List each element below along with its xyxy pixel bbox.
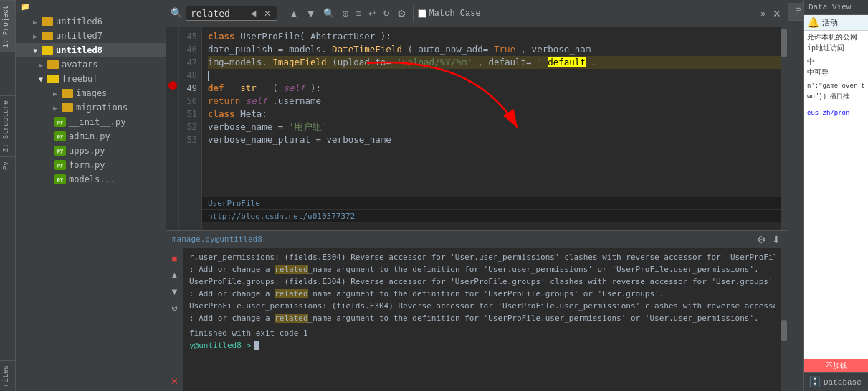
- right-tab-8[interactable]: 8.: [788, 3, 803, 21]
- tree-item-images[interactable]: ▶ images: [16, 86, 166, 100]
- console-filter-button[interactable]: ⊘: [168, 301, 182, 315]
- search-options-2[interactable]: ≡: [354, 9, 363, 19]
- folder-icon: [47, 60, 59, 69]
- line-numbers: 45 46 47 48 49 50 51 52 53: [179, 27, 202, 230]
- code-line-46: date_publish = models. DateTimeField ( a…: [208, 43, 781, 56]
- search-find-button[interactable]: 🔍: [321, 8, 337, 19]
- activity-header: 🔔 活动: [804, 15, 868, 31]
- tree-label: __init__.py: [69, 117, 125, 127]
- tree-label: migrations: [76, 103, 128, 113]
- bottom-badge: 不加钱: [804, 359, 868, 372]
- py-icon: py: [54, 117, 66, 127]
- database-label: Database: [824, 378, 862, 387]
- search-close-button[interactable]: ✕: [262, 9, 272, 19]
- data-view-label: Data View: [809, 3, 851, 11]
- vtab-favorites[interactable]: rites: [0, 360, 15, 391]
- console-gear-button[interactable]: ⚙: [755, 234, 768, 245]
- tree-item-models-py[interactable]: py models...: [16, 172, 166, 187]
- search-prev-button[interactable]: ▲: [287, 8, 301, 19]
- tree-label: apps.py: [69, 146, 105, 156]
- console-line-3: UserProFile.groups: (fields.E304) Revers…: [189, 275, 775, 288]
- tree-item-migrations[interactable]: ▶ migrations: [16, 100, 166, 115]
- search-next-button[interactable]: ▼: [304, 8, 318, 19]
- vtab-project[interactable]: 1: Project: [0, 0, 15, 52]
- project-icon: 📁: [20, 2, 30, 11]
- activity-label: 活动: [822, 17, 838, 28]
- console-scroll-up-button[interactable]: ▲: [168, 268, 182, 282]
- tree-label: models...: [69, 174, 115, 184]
- search-x-button[interactable]: ✕: [771, 8, 783, 19]
- tree-item-apps-py[interactable]: py apps.py: [16, 143, 166, 158]
- code-line-50: return self .username: [208, 95, 781, 108]
- tree-label: images: [76, 88, 107, 98]
- console-header: manage.py@untitled8 ⚙ ⬇: [166, 231, 788, 248]
- vtab-structure[interactable]: Z: Structure: [0, 95, 15, 156]
- tree-label: untitled7: [56, 31, 102, 41]
- tree-label: untitled6: [56, 17, 102, 27]
- console-line-1: r.user_permissions: (fields.E304) Revers…: [189, 251, 775, 263]
- tree-item-avatars[interactable]: ▶ avatars: [16, 57, 166, 72]
- console-download-button[interactable]: ⬇: [771, 234, 782, 245]
- py-icon: py: [54, 146, 66, 156]
- search-magnifier-icon: 🔍: [171, 7, 183, 19]
- console-side-buttons: ■ ▲ ▼ ⊘ ✕: [166, 248, 183, 391]
- project-tree: ▶ untitled6 ▶ untitled7 ▼ untitled8 ▶: [16, 14, 166, 391]
- code-line-51: class Meta:: [208, 108, 781, 121]
- console-vertical-scrollbar[interactable]: [781, 248, 788, 391]
- tree-item-admin-py[interactable]: py admin.py: [16, 129, 166, 143]
- tree-item-untitled7[interactable]: ▶ untitled7: [16, 29, 166, 43]
- code-line-47: img=models. ImageField (upload_to= 'uplo…: [208, 56, 781, 69]
- search-options-4[interactable]: ↻: [381, 9, 392, 19]
- database-tab[interactable]: 🗄️ Database: [804, 372, 868, 391]
- expand-icon: ▶: [39, 61, 47, 69]
- right-tabs-panel: 8.: [788, 0, 803, 391]
- tree-item-untitled8[interactable]: ▼ untitled8: [16, 43, 166, 57]
- vertical-scrollbar[interactable]: [781, 27, 788, 230]
- console-output[interactable]: r.user_permissions: (fields.E304) Revers…: [183, 248, 781, 391]
- console-line-4: : Add or change a related_name argument …: [189, 288, 775, 300]
- search-gear-button[interactable]: ⚙: [395, 8, 409, 19]
- code-line-53: verbose_name_plural = verbose_name: [208, 133, 781, 146]
- match-case-checkbox[interactable]: [418, 9, 426, 18]
- tree-item-untitled6[interactable]: ▶ untitled6: [16, 14, 166, 29]
- tree-item-freebuf[interactable]: ▼ freebuf: [16, 72, 166, 86]
- data-view-tab[interactable]: Data View: [804, 0, 868, 15]
- vtab-python[interactable]: Py: [0, 156, 15, 174]
- search-input[interactable]: [191, 8, 244, 19]
- console-stop-button[interactable]: ■: [168, 251, 182, 265]
- code-line-49: def __str__ ( self ):: [208, 82, 781, 95]
- editor-area: 🔍 ◄ ✕ ▲ ▼ 🔍 ⊕ ≡ ↩ ↻ ⚙ Match Case » ✕: [166, 0, 788, 391]
- console-line-5: UserProFile.user_permissions: (fields.E3…: [189, 300, 775, 312]
- project-panel: 📁 ▶ untitled6 ▶ untitled7 ▼: [16, 0, 166, 391]
- code-scroll-area: 45 46 47 48 49 50 51 52 53 class UserPro…: [166, 27, 788, 230]
- tree-label: form.py: [69, 160, 105, 170]
- expand-icon: ▼: [39, 75, 47, 83]
- console-body: ■ ▲ ▼ ⊘ ✕ r.user_permissions: (fields.E3…: [166, 248, 788, 391]
- activity-panel: 🔔 活动 允许本机的公网ip地址访问 中 中可导 n':"game over t…: [804, 15, 868, 372]
- search-input-wrapper: ◄ ✕: [186, 6, 277, 21]
- search-options-3[interactable]: ↩: [366, 9, 378, 19]
- tree-label: avatars: [62, 60, 98, 70]
- expand-icon: ▶: [53, 104, 62, 112]
- search-more-button[interactable]: »: [758, 9, 768, 19]
- tree-label-selected: untitled8: [56, 45, 102, 55]
- gutter: [166, 27, 179, 230]
- search-options-1[interactable]: ⊕: [340, 9, 351, 19]
- match-case-label[interactable]: Match Case: [418, 9, 481, 19]
- console-scroll-down-button[interactable]: ▼: [168, 284, 182, 298]
- code-line-45: class UserProFile( AbstractUser ):: [208, 30, 781, 43]
- code-editor-body: 45 46 47 48 49 50 51 52 53 class UserPro…: [166, 27, 788, 230]
- console-line-2: : Add or change a related_name argument …: [189, 263, 775, 275]
- search-back-button[interactable]: ◄: [247, 8, 259, 19]
- expand-icon: ▶: [53, 90, 62, 98]
- folder-open-icon: [47, 75, 59, 83]
- gutter-marker-error: [168, 81, 177, 90]
- far-right-panel: Data View 🔔 活动 允许本机的公网ip地址访问 中 中可导 n':"g…: [803, 0, 868, 391]
- py-icon: py: [54, 160, 66, 170]
- tree-label: admin.py: [69, 131, 110, 141]
- code-content[interactable]: class UserProFile( AbstractUser ): date_…: [202, 27, 781, 230]
- tree-item-init-py[interactable]: py __init__.py: [16, 115, 166, 129]
- console-clear-button[interactable]: ✕: [168, 374, 182, 388]
- tree-item-form-py[interactable]: py form.py: [16, 158, 166, 172]
- console-path: manage.py@untitled8: [172, 235, 262, 244]
